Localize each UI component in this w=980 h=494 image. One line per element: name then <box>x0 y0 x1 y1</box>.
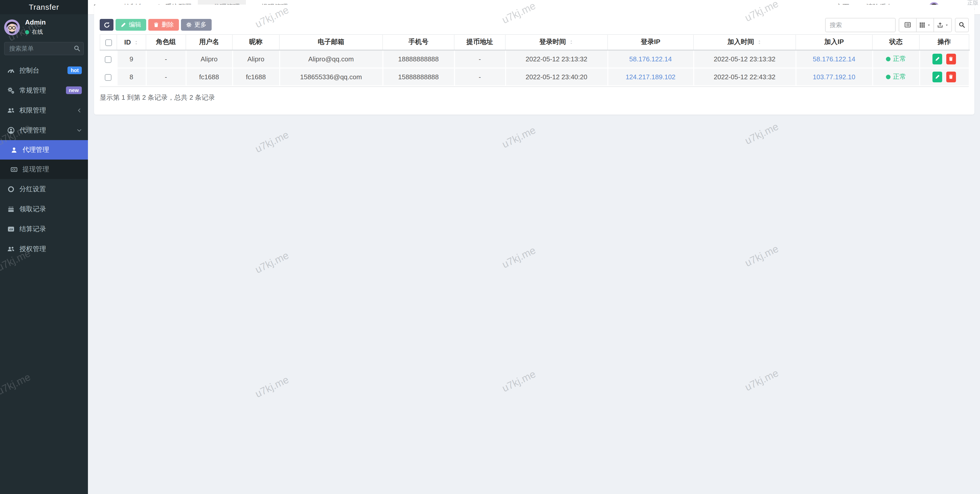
col-login-time[interactable]: 登录时间 <box>505 35 608 50</box>
users-icon <box>7 245 15 252</box>
sort-icon[interactable] <box>134 40 138 46</box>
list-alt-icon <box>904 21 911 28</box>
dashboard-icon <box>7 67 15 74</box>
cell-address: - <box>454 68 505 86</box>
cell-login-time: 2022-05-12 23:13:32 <box>505 50 608 68</box>
table-search-input[interactable] <box>825 18 896 32</box>
menu-search-input[interactable] <box>4 42 84 55</box>
cell-group: - <box>146 50 186 68</box>
cell-phone: 18888888888 <box>383 50 454 68</box>
cell-address: - <box>454 50 505 68</box>
row-select-cell <box>100 68 117 86</box>
row-edit-button[interactable] <box>932 53 942 64</box>
content-panel: 编辑 删除 更多 <box>94 5 974 114</box>
cell-status: 正常 <box>872 68 920 86</box>
select-all-checkbox[interactable] <box>105 39 112 46</box>
table-toolbar: 编辑 删除 更多 <box>100 18 969 32</box>
refresh-icon <box>103 22 110 28</box>
ip-link[interactable]: 124.217.189.102 <box>625 73 675 81</box>
row-checkbox[interactable] <box>105 74 111 81</box>
main-area: 控制台 系统配置 代理管理 提现管理 主页 <box>88 0 980 494</box>
sidebar-item-auth[interactable]: 权限管理 <box>0 100 88 120</box>
data-table: ID 角色组 用户名 昵称 电子邮箱 手机号 提币地址 登录时间 登录IP 加入… <box>100 34 969 86</box>
sort-icon[interactable] <box>757 40 762 45</box>
header-row: ID 角色组 用户名 昵称 电子邮箱 手机号 提币地址 登录时间 登录IP 加入… <box>100 35 969 50</box>
table-row: 8 - fc1688 fc1688 158655336@qq.com 15888… <box>100 68 969 86</box>
pencil-icon <box>121 22 126 28</box>
user-circle-icon <box>7 127 15 134</box>
sidebar-item-license[interactable]: 授权管理 <box>0 239 88 259</box>
more-button[interactable]: 更多 <box>181 19 212 31</box>
select-all-header <box>100 35 117 50</box>
app-logo: Transfer <box>0 0 88 14</box>
hot-badge: hot <box>68 67 82 74</box>
col-phone: 手机号 <box>383 35 454 50</box>
col-id[interactable]: ID <box>117 35 146 50</box>
cell-nickname: fc1688 <box>232 68 279 86</box>
search-icon <box>959 21 965 28</box>
cell-group: - <box>146 68 186 86</box>
col-username: 用户名 <box>186 35 232 50</box>
chevron-down-icon <box>77 127 82 133</box>
toolbar-right <box>825 18 969 32</box>
col-join-time[interactable]: 加入时间 <box>694 35 796 50</box>
caret-down-icon <box>945 23 948 27</box>
col-address: 提币地址 <box>454 35 505 50</box>
sidebar-item-general[interactable]: 常规管理 new <box>0 80 88 100</box>
row-select-cell <box>100 50 117 68</box>
sidebar-subitem-agent-manage[interactable]: 代理管理 <box>0 140 88 159</box>
user-name: Admin <box>25 18 46 26</box>
gear-icon <box>186 22 192 28</box>
cake-icon <box>7 205 15 212</box>
pencil-icon <box>935 74 940 79</box>
admin-app: Transfer Admin 在线 控制台 hot 常规管理 new <box>0 0 980 494</box>
gears-icon <box>7 87 15 94</box>
sidebar-item-dividend[interactable]: 分红设置 <box>0 179 88 199</box>
col-actions: 操作 <box>920 35 969 50</box>
sidebar-item-dashboard[interactable]: 控制台 hot <box>0 61 88 80</box>
sidebar-item-settle-records[interactable]: 结算记录 <box>0 219 88 239</box>
new-badge: new <box>66 86 82 94</box>
ip-link[interactable]: 103.77.192.10 <box>813 73 855 81</box>
sidebar-item-agent[interactable]: 代理管理 <box>0 120 88 140</box>
sidebar-menu-lower: 分红设置 领取记录 结算记录 授权管理 <box>0 179 88 259</box>
cell-actions <box>920 50 969 68</box>
trash-icon <box>948 74 954 79</box>
columns-button[interactable] <box>916 18 934 32</box>
row-checkbox[interactable] <box>105 56 111 63</box>
cell-join-time: 2022-05-12 22:43:32 <box>694 68 796 86</box>
export-icon <box>937 22 943 28</box>
sidebar: Transfer Admin 在线 控制台 hot 常规管理 new <box>0 0 88 494</box>
status-dot-icon <box>886 56 890 61</box>
row-edit-button[interactable] <box>932 71 942 82</box>
edit-button[interactable]: 编辑 <box>116 19 146 31</box>
sidebar-item-claim-records[interactable]: 领取记录 <box>0 199 88 219</box>
refresh-button[interactable] <box>100 19 113 31</box>
cell-username: fc1688 <box>186 68 232 86</box>
cell-phone: 15888888888 <box>383 68 454 86</box>
export-button[interactable] <box>934 18 951 32</box>
col-join-ip: 加入IP <box>796 35 872 50</box>
status-dot-icon <box>886 75 890 79</box>
detail-view-button[interactable] <box>899 18 916 32</box>
cs-icon <box>7 225 15 233</box>
col-login-ip: 登录IP <box>608 35 694 50</box>
ip-link[interactable]: 58.176.122.14 <box>629 55 672 63</box>
cell-nickname: Alipro <box>232 50 279 68</box>
cell-join-ip: 103.77.192.10 <box>796 68 872 86</box>
delete-button[interactable]: 删除 <box>148 19 179 31</box>
row-delete-button[interactable] <box>946 71 956 82</box>
pencil-icon <box>935 56 940 61</box>
search-icon <box>74 45 80 52</box>
sort-icon[interactable] <box>569 40 574 45</box>
cell-status: 正常 <box>872 50 920 68</box>
cell-email: Alipro@qq.com <box>279 50 383 68</box>
cell-join-time: 2022-05-12 23:13:32 <box>694 50 796 68</box>
search-button[interactable] <box>955 18 969 32</box>
col-group: 角色组 <box>146 35 186 50</box>
sidebar-subitem-withdraw-manage[interactable]: 提现管理 <box>0 159 88 179</box>
row-delete-button[interactable] <box>946 53 956 64</box>
ip-link[interactable]: 58.176.122.14 <box>813 55 855 63</box>
caret-down-icon <box>927 23 931 27</box>
avatar <box>4 19 20 35</box>
